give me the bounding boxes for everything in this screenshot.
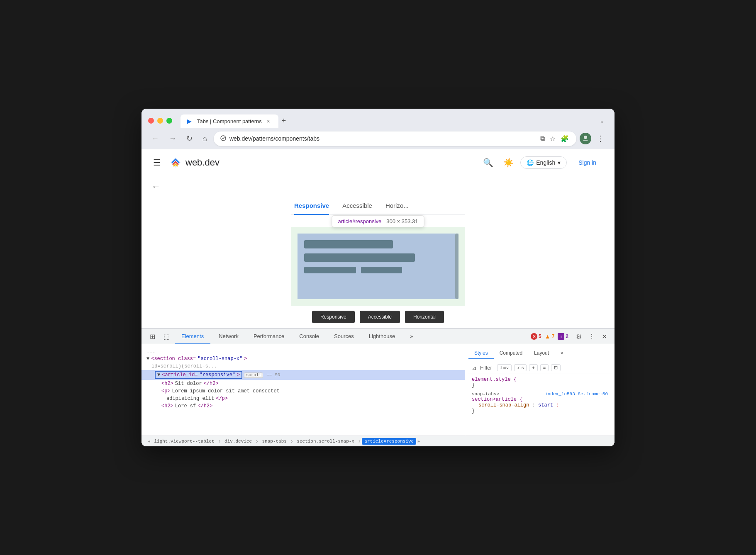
language-selector-button[interactable]: 🌐 English ▾	[520, 156, 567, 169]
styles-tab-layout[interactable]: Layout	[528, 348, 555, 359]
element-line-partial[interactable]: id=scroll)(scroll-s...	[141, 363, 465, 370]
devtools-settings-button[interactable]: ⚙	[573, 330, 584, 343]
element-tag-section: <section class=	[151, 356, 196, 362]
styles-tab-styles-label: Styles	[474, 350, 488, 356]
devtools-more-tabs-button[interactable]: »	[403, 329, 419, 344]
element-line-h2-2[interactable]: <h2>Lore sf</h2>	[141, 402, 465, 410]
new-tab-button[interactable]: +	[278, 114, 290, 128]
hamburger-icon: ☰	[153, 158, 161, 167]
browser-menu-button[interactable]: ⋮	[593, 131, 608, 146]
user-avatar[interactable]	[580, 133, 591, 144]
url-bar[interactable]: web.dev/patterns/components/tabs ⧉ ☆ 🧩	[214, 131, 576, 146]
breadcrumb-item-3[interactable]: section.scroll-snap-x	[294, 438, 357, 445]
home-icon: ⌂	[202, 134, 207, 143]
filter-tag-icon2[interactable]: ⊡	[551, 364, 561, 371]
devtools-elements-panel[interactable]: ... ▼ <section class="scroll-snap-x"> id…	[141, 344, 465, 436]
breadcrumb-separator-2: ›	[289, 438, 294, 445]
styles-tab-styles[interactable]: Styles	[468, 348, 494, 359]
element-tag-article-open: <article id=	[162, 372, 198, 378]
element-tag-article-close: >	[237, 372, 240, 378]
back-button[interactable]: ←	[148, 133, 162, 145]
styles-content: element.style { } snap-tabs> index_1c583…	[468, 377, 611, 414]
devtools-tab-console-label: Console	[299, 333, 319, 339]
minimize-button[interactable]	[157, 118, 163, 124]
devtools-more-options-button[interactable]: ⋮	[586, 330, 597, 343]
open-in-tab-button[interactable]: ⧉	[539, 134, 546, 143]
breadcrumb-item-2[interactable]: snap-tabs	[260, 438, 289, 445]
hamburger-menu-button[interactable]: ☰	[151, 156, 162, 169]
browser-window: ▶ Tabs | Component patterns × + ⌄ ← → ↻ …	[141, 109, 615, 446]
devtools-tab-lighthouse[interactable]: Lighthouse	[362, 329, 402, 344]
element-tag-p: <p>	[161, 388, 171, 394]
devtools-tab-console[interactable]: Console	[293, 329, 326, 344]
devtools-tab-performance[interactable]: Performance	[247, 329, 291, 344]
site-logo[interactable]: web.dev	[169, 156, 219, 169]
home-button[interactable]: ⌂	[199, 133, 210, 145]
device-toggle-icon[interactable]: ⬚	[160, 329, 173, 344]
tab-list-chevron[interactable]: ⌄	[596, 114, 608, 127]
filter-icon: ⊿	[472, 365, 477, 371]
element-line-section[interactable]: ▼ <section class="scroll-snap-x">	[141, 355, 465, 363]
demo-placeholder-bar-2	[304, 253, 415, 262]
active-tab[interactable]: ▶ Tabs | Component patterns ×	[180, 114, 278, 128]
devtools-tab-network[interactable]: Network	[212, 329, 245, 344]
breadcrumb-arrow-left[interactable]: ◂	[146, 438, 151, 445]
maximize-button[interactable]	[166, 118, 172, 124]
tab-nav-accessible-label: Accessible	[342, 202, 372, 209]
element-line-h2-1[interactable]: <h2>Sit dolor</h2>	[141, 380, 465, 387]
demo-tab-btn-1[interactable]: Accessible	[360, 311, 400, 323]
close-button[interactable]	[148, 118, 154, 124]
devtools-close-button[interactable]: ✕	[599, 330, 610, 343]
tooltip-selector: article#responsive	[338, 218, 381, 224]
scroll-pseudo-badge: scroll	[244, 372, 263, 378]
tab-close-button[interactable]: ×	[265, 118, 272, 124]
element-picker-icon[interactable]: ⊞	[146, 329, 159, 344]
tab-nav-accessible[interactable]: Accessible	[342, 197, 372, 215]
ellipsis-indicator: ...	[146, 348, 156, 354]
styles-tab-computed[interactable]: Computed	[494, 348, 528, 359]
element-line-article[interactable]: ▼ <article id="responsive"> scroll == $0	[141, 370, 465, 380]
refresh-button[interactable]: ↻	[183, 132, 196, 145]
sign-in-button[interactable]: Sign in	[570, 156, 605, 169]
style-rule-snap-source-file[interactable]: index_1c583…8e.frame:50	[545, 392, 608, 397]
close-icon: ✕	[602, 333, 607, 340]
page-content: ← Responsive Accessible Horizo...	[141, 176, 615, 328]
extension-button[interactable]: 🧩	[560, 134, 570, 144]
filter-tag-icon1[interactable]: ≡	[540, 364, 549, 371]
breadcrumb-item-1[interactable]: div.device	[222, 438, 254, 445]
tab-favicon: ▶	[187, 118, 194, 124]
bookmark-icon: ☆	[550, 135, 556, 142]
info-count: 2	[566, 333, 568, 339]
address-bar: ← → ↻ ⌂ web.dev/patterns/components/tabs…	[141, 128, 615, 149]
demo-container: Responsive Accessible Horizo... article#…	[141, 197, 615, 328]
tab-nav-horizontal[interactable]: Horizo...	[385, 197, 409, 215]
search-button[interactable]: 🔍	[480, 154, 497, 171]
devtools-tab-elements[interactable]: Elements	[175, 329, 210, 344]
styles-tab-more[interactable]: »	[555, 348, 569, 359]
forward-button[interactable]: →	[166, 133, 180, 145]
filter-tag-add[interactable]: +	[529, 364, 537, 371]
tab-nav-responsive[interactable]: Responsive	[294, 197, 329, 215]
tab-nav-horizontal-label: Horizo...	[385, 202, 409, 209]
element-line-p[interactable]: <p>Lorem ipsum dolor sit amet consectet	[141, 387, 465, 395]
style-rule-snap-props: scroll-snap-align : start :	[472, 402, 608, 408]
breadcrumb-item-0[interactable]: light.viewport--tablet	[151, 438, 217, 445]
devtools-tab-sources[interactable]: Sources	[327, 329, 361, 344]
breadcrumb-separator-3: ›	[357, 438, 362, 445]
page-tabs-nav: Responsive Accessible Horizo...	[291, 197, 465, 215]
styles-filter-tags: :hov .cls + ≡ ⊡	[497, 364, 561, 371]
theme-toggle-button[interactable]: ☀️	[500, 154, 517, 171]
demo-placeholder-bar-1	[304, 240, 393, 248]
page-back-button[interactable]: ←	[151, 181, 161, 192]
demo-tab-btn-2[interactable]: Horizontal	[405, 311, 444, 323]
filter-tag-cls[interactable]: .cls	[514, 364, 527, 371]
bookmark-button[interactable]: ☆	[549, 134, 556, 144]
vertical-dots-icon: ⋮	[597, 134, 604, 143]
filter-tag-hov[interactable]: :hov	[497, 364, 512, 371]
style-rule-element-selector: element.style {	[472, 377, 608, 382]
breadcrumb-item-4[interactable]: article#responsive	[362, 438, 416, 445]
breadcrumb-arrow-right[interactable]: ▸	[416, 438, 421, 445]
demo-tab-btn-0[interactable]: Responsive	[312, 311, 355, 323]
url-text: web.dev/patterns/components/tabs	[229, 135, 536, 142]
demo-content-inner	[298, 234, 458, 299]
